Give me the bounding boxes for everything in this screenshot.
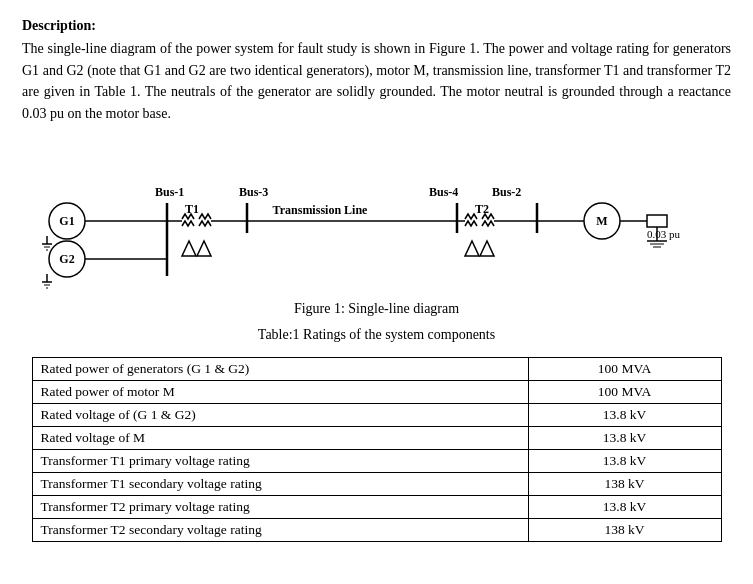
diagram-container: Bus-1 Bus-3 Bus-4 Bus-2 G1 G2 <box>22 141 731 349</box>
row-value: 13.8 kV <box>528 403 721 426</box>
table-caption: Table:1 Ratings of the system components <box>258 327 495 343</box>
row-value: 100 MVA <box>528 357 721 380</box>
row-label: Transformer T1 primary voltage rating <box>32 449 528 472</box>
row-label: Transformer T2 primary voltage rating <box>32 495 528 518</box>
bus1-label: Bus-1 <box>155 185 184 199</box>
motor-label: M <box>596 214 607 228</box>
table-row: Rated voltage of M13.8 kV <box>32 426 721 449</box>
reactance-label: 0.03 pu <box>647 228 681 240</box>
row-value: 13.8 kV <box>528 449 721 472</box>
transmission-label: Transmission Line <box>272 203 367 217</box>
table-row: Transformer T2 primary voltage rating13.… <box>32 495 721 518</box>
diagram-svg: Bus-1 Bus-3 Bus-4 Bus-2 G1 G2 <box>37 141 717 301</box>
t1-delta1 <box>182 241 196 256</box>
reactance-box <box>647 215 667 227</box>
table-row: Rated voltage of (G 1 & G2)13.8 kV <box>32 403 721 426</box>
bus3-label: Bus-3 <box>239 185 268 199</box>
row-label: Rated voltage of (G 1 & G2) <box>32 403 528 426</box>
t1-delta2 <box>197 241 211 256</box>
table-row: Rated power of motor M100 MVA <box>32 380 721 403</box>
t1-label: T1 <box>185 202 199 216</box>
t2-right-winding2 <box>482 221 494 226</box>
t1-left-winding2 <box>182 221 194 226</box>
t2-left-winding1 <box>465 214 477 219</box>
row-label: Rated voltage of M <box>32 426 528 449</box>
row-value: 138 kV <box>528 518 721 541</box>
bus4-label: Bus-4 <box>429 185 458 199</box>
row-value: 13.8 kV <box>528 426 721 449</box>
t2-label: T2 <box>475 202 489 216</box>
t2-left-winding2 <box>465 221 477 226</box>
row-label: Rated power of generators (G 1 & G2) <box>32 357 528 380</box>
t1-right-winding2 <box>199 221 211 226</box>
single-line-diagram: Bus-1 Bus-3 Bus-4 Bus-2 G1 G2 <box>37 141 717 301</box>
row-label: Transformer T2 secondary voltage rating <box>32 518 528 541</box>
row-label: Transformer T1 secondary voltage rating <box>32 472 528 495</box>
description-section: Description: The single-line diagram of … <box>22 18 731 125</box>
t2-delta1 <box>465 241 479 256</box>
row-value: 138 kV <box>528 472 721 495</box>
row-label: Rated power of motor M <box>32 380 528 403</box>
t2-delta2 <box>480 241 494 256</box>
table-row: Transformer T1 primary voltage rating13.… <box>32 449 721 472</box>
row-value: 13.8 kV <box>528 495 721 518</box>
bus2-label: Bus-2 <box>492 185 521 199</box>
table-row: Transformer T2 secondary voltage rating1… <box>32 518 721 541</box>
table-row: Transformer T1 secondary voltage rating1… <box>32 472 721 495</box>
row-value: 100 MVA <box>528 380 721 403</box>
ratings-table: Rated power of generators (G 1 & G2)100 … <box>32 357 722 542</box>
table-row: Rated power of generators (G 1 & G2)100 … <box>32 357 721 380</box>
description-text: The single-line diagram of the power sys… <box>22 38 731 125</box>
g1-label: G1 <box>59 214 74 228</box>
description-title: Description: <box>22 18 731 34</box>
t1-right-winding1 <box>199 214 211 219</box>
figure-caption: Figure 1: Single-line diagram <box>294 301 459 317</box>
g2-label: G2 <box>59 252 74 266</box>
